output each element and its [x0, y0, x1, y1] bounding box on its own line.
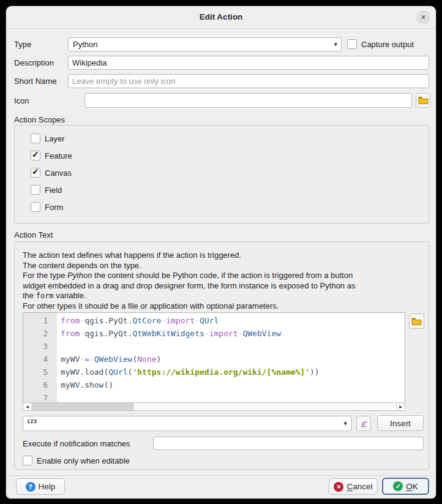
description-input[interactable] — [68, 56, 429, 70]
scope-checkbox-layer[interactable]: ✓ Layer — [31, 134, 72, 143]
folder-icon — [411, 317, 422, 326]
action-text-group: The action text defines what happens if … — [14, 241, 429, 470]
scope-label: Feature — [45, 151, 72, 160]
scope-checkbox-form[interactable]: ✓ Form — [31, 202, 72, 212]
insert-button[interactable]: Insert — [377, 415, 424, 431]
code-line-7 — [61, 391, 405, 402]
numeric-field-icon: 123 — [27, 418, 37, 424]
scope-label: Form — [45, 203, 63, 212]
close-icon[interactable]: × — [416, 10, 430, 24]
cancel-button[interactable]: ✕ Cancel — [329, 478, 378, 495]
icon-path-input[interactable] — [84, 93, 412, 108]
scrollbar-thumb[interactable] — [32, 403, 133, 410]
help-button[interactable]: ? Help — [16, 478, 65, 495]
checkbox-box: ✓ — [31, 134, 40, 143]
checkbox-box: ✓ — [23, 456, 32, 465]
action-scopes-title: Action Scopes — [14, 115, 65, 124]
code-browse-button[interactable] — [409, 314, 424, 329]
action-text-description: The action text defines what happens if … — [23, 250, 355, 312]
cancel-icon: ✕ — [334, 482, 343, 492]
dialog-title: Edit Action — [6, 12, 436, 21]
action-scopes-group: ✓ Layer ✓ Feature ✓ Canvas ✓ Field ✓ For… — [14, 125, 429, 224]
scope-checkbox-field[interactable]: ✓ Field — [31, 185, 72, 195]
type-label: Type — [14, 40, 31, 49]
code-editor[interactable]: 1234567 from·qgis.PyQt.QtCore·import·QUr… — [23, 312, 405, 402]
description-label: Description — [14, 58, 54, 67]
edit-action-dialog: Edit Action × Type Python ▾ ✓ Capture ou… — [6, 6, 436, 499]
notification-input[interactable] — [153, 437, 424, 450]
capture-output-label: Capture output — [361, 40, 414, 49]
insert-button-label: Insert — [390, 419, 411, 428]
checkbox-box: ✓ — [31, 151, 40, 160]
scope-list: ✓ Layer ✓ Feature ✓ Canvas ✓ Field ✓ For… — [31, 134, 72, 219]
cancel-button-label: Cancel — [346, 482, 372, 491]
checkbox-box: ✓ — [31, 185, 40, 195]
scope-label: Layer — [45, 134, 65, 143]
short-name-input[interactable] — [68, 74, 429, 88]
ok-button[interactable]: ✓ OK — [382, 478, 429, 495]
enable-editable-checkbox[interactable]: ✓ Enable only when editable — [23, 456, 130, 465]
scroll-left-icon[interactable]: ◂ — [23, 403, 32, 410]
help-icon: ? — [26, 482, 36, 492]
help-button-label: Help — [39, 482, 56, 491]
code-line-5: myWV.load(QUrl('https://wikipedia.org/wi… — [61, 366, 405, 378]
icon-label: Icon — [14, 96, 29, 105]
ok-button-label: OK — [406, 482, 418, 491]
code-line-3 — [61, 340, 405, 353]
ok-icon: ✓ — [393, 481, 403, 491]
code-line-4: myWV·=·QWebView(None) — [61, 353, 405, 366]
checkbox-box: ✓ — [31, 168, 40, 178]
expression-button[interactable]: ε — [356, 416, 371, 431]
chevron-down-icon: ▾ — [334, 40, 337, 48]
footer-separator — [9, 475, 434, 476]
titlebar: Edit Action × — [6, 6, 436, 29]
short-name-label: Short Name — [14, 77, 56, 86]
enable-editable-label: Enable only when editable — [37, 456, 130, 465]
code-line-1: from·qgis.PyQt.QtCore·import·QUrl — [61, 314, 405, 327]
checkbox-box: ✓ — [347, 39, 357, 49]
horizontal-scrollbar[interactable]: ◂ ▸ — [23, 402, 405, 411]
field-variable-combobox[interactable]: 123 ▾ — [23, 416, 351, 431]
type-value: Python — [73, 40, 97, 49]
chevron-down-icon: ▾ — [343, 419, 347, 427]
checkbox-box: ✓ — [31, 202, 40, 212]
code-line-6: myWV.show() — [61, 378, 405, 391]
scope-label: Field — [45, 186, 62, 195]
line-number-gutter: 1234567 — [23, 313, 57, 402]
capture-output-checkbox[interactable]: ✓ Capture output — [347, 39, 414, 49]
epsilon-icon: ε — [361, 418, 366, 429]
code-line-2: from·qgis.PyQt.QtWebKitWidgets·import·QW… — [61, 327, 405, 340]
type-combobox[interactable]: Python ▾ — [68, 37, 342, 51]
folder-icon — [418, 96, 429, 105]
icon-browse-button[interactable] — [416, 93, 430, 108]
code-text: from·qgis.PyQt.QtCore·import·QUrlfrom·qg… — [57, 313, 405, 402]
action-text-title: Action Text — [14, 230, 53, 239]
scroll-right-icon[interactable]: ▸ — [396, 403, 405, 410]
notification-label: Execute if notification matches — [23, 439, 130, 448]
scope-checkbox-canvas[interactable]: ✓ Canvas — [31, 168, 72, 178]
scope-label: Canvas — [45, 168, 72, 178]
scope-checkbox-feature[interactable]: ✓ Feature — [31, 151, 72, 160]
